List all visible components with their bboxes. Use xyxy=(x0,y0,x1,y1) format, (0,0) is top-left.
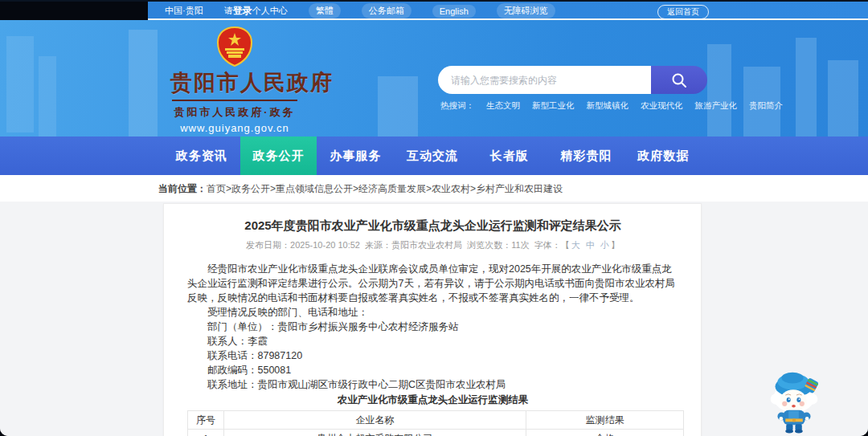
topbar-accessibility-link[interactable]: 无障碍浏览 xyxy=(497,3,555,18)
nav-item-jingcaiguiyang[interactable]: 精彩贵阳 xyxy=(548,137,625,175)
site-url: www.guiyang.gov.cn xyxy=(170,122,299,134)
topbar-login-link[interactable]: 请登录个人中心 xyxy=(224,4,288,18)
breadcrumb-bar: 当前位置：首页>政务公开>重点领域信息公开>经济高质量发展>农业农村>乡村产业和… xyxy=(0,175,868,202)
contact-address-line: 联系地址：贵阳市观山湖区市级行政中心二期C区贵阳市农业农村局 xyxy=(187,377,678,392)
nav-item-zhengwuzixun[interactable]: 政务资讯 xyxy=(163,137,240,175)
hot-search-label: 热搜词： xyxy=(440,100,474,112)
company-name: 贵州合力超市采购有限公司 xyxy=(223,430,526,436)
search-input[interactable] xyxy=(438,66,651,94)
view-count: 浏览次数：11次 xyxy=(467,240,529,250)
search-bar xyxy=(438,66,707,94)
skyline-decoration xyxy=(39,56,56,137)
announcement-paragraph: 经贵阳市农业产业化市级重点龙头企业联席会议成员单位审定，现对2025年开展的农业… xyxy=(187,262,678,305)
font-size-large-button[interactable]: 大 xyxy=(571,240,580,250)
login-bold-text: 登录 xyxy=(233,5,252,16)
topbar-english-link[interactable]: English xyxy=(432,5,476,18)
hot-word-link[interactable]: 旅游产业化 xyxy=(695,100,738,112)
postal-code-line: 邮政编码：550081 xyxy=(187,363,678,377)
article-meta: 发布日期：2025-10-20 10:52 来源：贵阳市农业农村局 浏览次数：1… xyxy=(187,239,678,251)
search-icon xyxy=(670,71,688,89)
hot-word-link[interactable]: 新型城镇化 xyxy=(587,100,629,112)
monitor-result: 合格 xyxy=(526,430,684,436)
table-header-row: 序号 企业名称 监测结果 xyxy=(188,411,684,430)
skyline-decoration xyxy=(378,76,418,137)
font-size-medium-button[interactable]: 中 xyxy=(586,240,595,250)
hot-word-link[interactable]: 农业现代化 xyxy=(641,100,683,112)
topbar-traditional-link[interactable]: 繁體 xyxy=(309,3,341,18)
hot-word-link[interactable]: 生态文明 xyxy=(486,100,520,112)
top-utility-bar: 中国·贵阳 请登录个人中心 繁體 公务邮箱 English 无障碍浏览 返回首页 xyxy=(0,0,868,18)
main-content-area: 2025年度贵阳市农业产业化市级重点龙头企业运行监测和评定结果公示 发布日期：2… xyxy=(0,202,868,436)
national-emblem-icon xyxy=(217,26,252,67)
column-header-index: 序号 xyxy=(188,411,224,430)
contact-intro-line: 受理情况反映的部门、电话和地址： xyxy=(187,305,678,320)
government-portal-page: 中国·贵阳 请登录个人中心 繁體 公务邮箱 English 无障碍浏览 返回首页 xyxy=(0,0,868,436)
site-subtitle: 贵阳市人民政府·政务 xyxy=(170,105,299,120)
column-header-company: 企业名称 xyxy=(223,411,526,430)
nav-item-zhangzheban[interactable]: 长者版 xyxy=(471,137,548,175)
contact-phone-line: 联系电话：87987120 xyxy=(187,348,678,363)
font-size-small-button[interactable]: 小 xyxy=(600,240,609,250)
table-caption: 农业产业化市级重点龙头企业运行监测结果 xyxy=(187,393,678,407)
title-underline xyxy=(172,100,297,101)
hot-word-link[interactable]: 贵阳简介 xyxy=(749,100,783,112)
skyline-decoration xyxy=(6,36,34,132)
nav-item-banshifuwu[interactable]: 办事服务 xyxy=(317,137,394,175)
site-logo[interactable]: 贵阳市人民政府 贵阳市人民政府·政务 www.guiyang.gov.cn xyxy=(170,26,299,134)
window-corner-dark-area xyxy=(0,2,148,20)
monitoring-result-table: 序号 企业名称 监测结果 1 贵州合力超市采购有限公司 合格 2 贵州友禾种业有… xyxy=(187,410,684,436)
breadcrumb-path[interactable]: 首页>政务公开>重点领域信息公开>经济高质量发展>农业农村>乡村产业和农田建设 xyxy=(207,183,563,194)
hot-search-row: 热搜词： 生态文明 新型工业化 新型城镇化 农业现代化 旅游产业化 贵阳简介 xyxy=(440,100,783,112)
article-source: 来源：贵阳市农业农村局 xyxy=(365,240,462,250)
main-navigation: 政务资讯 政务公开 办事服务 互动交流 长者版 精彩贵阳 政府数据 xyxy=(0,137,868,175)
article-body: 经贵阳市农业产业化市级重点龙头企业联席会议成员单位审定，现对2025年开展的农业… xyxy=(187,262,678,392)
nav-item-zhengwugongkai[interactable]: 政务公开 xyxy=(240,137,317,175)
font-size-label: 字体：【 xyxy=(534,240,570,250)
topbar-region-link[interactable]: 中国·贵阳 xyxy=(165,5,203,17)
topbar-mail-link[interactable]: 公务邮箱 xyxy=(362,3,411,18)
row-index: 1 xyxy=(188,430,224,436)
article-title: 2025年度贵阳市农业产业化市级重点龙头企业运行监测和评定结果公示 xyxy=(187,218,678,234)
site-title: 贵阳市人民政府 xyxy=(170,68,299,97)
search-button[interactable] xyxy=(651,66,707,94)
nav-item-hudongjiaoliu[interactable]: 互动交流 xyxy=(394,137,471,175)
table-row: 1 贵州合力超市采购有限公司 合格 xyxy=(188,430,684,436)
contact-person-line: 联系人：李霞 xyxy=(187,334,678,348)
nav-item-zhengfushuju[interactable]: 政府数据 xyxy=(624,137,702,175)
breadcrumb-label: 当前位置： xyxy=(158,183,207,194)
skyline-decoration xyxy=(828,60,858,137)
font-size-label-end: 】 xyxy=(611,240,620,250)
publish-date: 发布日期：2025-10-20 10:52 xyxy=(246,240,360,250)
hot-word-link[interactable]: 新型工业化 xyxy=(532,100,575,112)
article-card: 2025年度贵阳市农业产业化市级重点龙头企业运行监测和评定结果公示 发布日期：2… xyxy=(163,203,702,436)
skyline-decoration xyxy=(796,38,817,137)
skyline-decoration xyxy=(129,30,158,137)
site-header: 贵阳市人民政府 贵阳市人民政府·政务 www.guiyang.gov.cn 热搜… xyxy=(0,20,868,137)
mascot-assistant-icon[interactable] xyxy=(762,363,826,434)
department-line: 部门（单位）：贵阳市乡村振兴服务中心农村经济服务站 xyxy=(187,320,678,334)
skyline-decoration xyxy=(707,44,731,137)
column-header-result: 监测结果 xyxy=(526,411,684,430)
breadcrumb[interactable]: 当前位置：首页>政务公开>重点领域信息公开>经济高质量发展>农业农村>乡村产业和… xyxy=(158,182,563,196)
back-home-button[interactable]: 返回首页 xyxy=(657,5,709,19)
